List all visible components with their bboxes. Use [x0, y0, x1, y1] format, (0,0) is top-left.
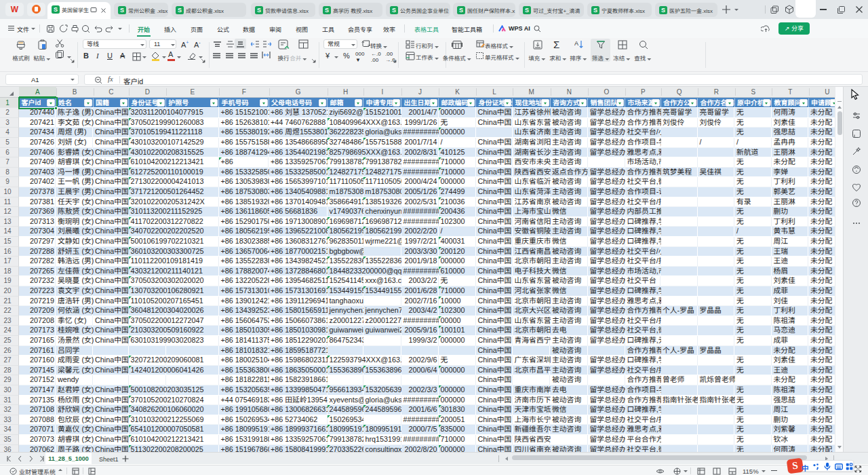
svg-text:A: A	[574, 40, 578, 47]
